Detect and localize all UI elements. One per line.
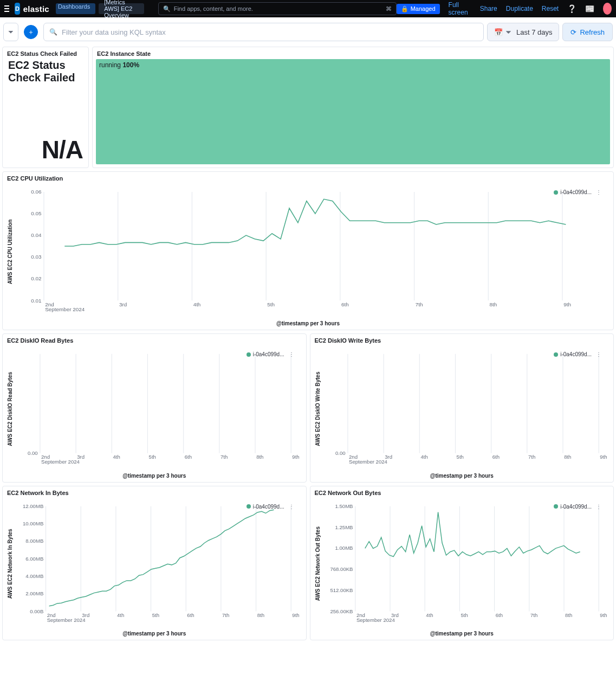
refresh-button[interactable]: ⟳ Refresh — [562, 23, 613, 41]
query-bar[interactable]: 🔍 — [43, 23, 484, 41]
panel-network-in: EC2 Network In Bytes AWS EC2 Network In … — [2, 486, 307, 640]
share-link[interactable]: Share — [480, 5, 497, 12]
top-bar: D elastic Dashboards [Metrics AWS] EC2 O… — [0, 0, 616, 17]
svg-text:1.00MB: 1.00MB — [335, 545, 353, 551]
lock-icon: 🔒 — [401, 5, 408, 12]
legend: i-0a4c099d...⋮ — [554, 189, 601, 195]
global-search[interactable]: 🔍 Find apps, content, and more. ⌘ — [158, 2, 397, 15]
svg-text:6th: 6th — [187, 612, 194, 618]
legend-actions-icon[interactable]: ⋮ — [289, 351, 294, 357]
app-logo-text: elastic — [23, 4, 49, 14]
svg-text:7th: 7th — [530, 612, 537, 618]
svg-text:0.00: 0.00 — [28, 450, 38, 456]
panel-title: EC2 CPU Utilization — [3, 172, 613, 184]
cpu-chart[interactable]: 2nd3rd4th5th6th7th8th9thSeptember 20240.… — [14, 186, 610, 317]
disk-write-chart[interactable]: 2nd3rd4th5th6th7th8th9thSeptember 20240.… — [322, 348, 611, 470]
svg-text:9th: 9th — [563, 301, 571, 307]
state-treemap: running 100% — [96, 59, 610, 164]
svg-text:7th: 7th — [222, 612, 229, 618]
y-axis-label: AWS EC2 DiskIO Read Bytes — [6, 348, 14, 470]
svg-text:7th: 7th — [416, 301, 423, 307]
breadcrumb-current[interactable]: [Metrics AWS] EC2 Overview — [99, 3, 144, 14]
svg-text:768.00KB: 768.00KB — [330, 566, 353, 572]
x-axis-label: @timestamp per 3 hours — [3, 471, 306, 482]
global-search-placeholder: Find apps, content, and more. — [174, 5, 253, 12]
metric-heading: EC2 Status Check Failed — [8, 59, 83, 84]
refresh-icon: ⟳ — [570, 28, 576, 36]
panel-title: EC2 DiskIO Read Bytes — [3, 334, 306, 346]
metric-value: N/A — [8, 135, 83, 164]
panel-disk-write: EC2 DiskIO Write Bytes AWS EC2 DiskIO Wr… — [310, 333, 614, 483]
panel-cpu-utilization: EC2 CPU Utilization AWS EC2 CPU Utilizat… — [2, 171, 614, 330]
svg-text:0.00: 0.00 — [335, 450, 346, 456]
svg-text:6th: 6th — [492, 454, 499, 460]
svg-text:5th: 5th — [461, 612, 468, 618]
legend-actions-icon[interactable]: ⋮ — [596, 504, 601, 510]
svg-text:September 2024: September 2024 — [45, 306, 85, 312]
news-icon[interactable]: 📰 — [585, 4, 594, 13]
svg-text:8th: 8th — [257, 612, 264, 618]
fullscreen-link[interactable]: Full screen — [449, 1, 471, 16]
reset-link[interactable]: Reset — [542, 5, 559, 12]
y-axis-label: AWS EC2 Network In Bytes — [6, 500, 14, 627]
legend-actions-icon[interactable]: ⋮ — [596, 189, 601, 195]
panel-title: EC2 DiskIO Write Bytes — [310, 334, 614, 346]
legend: i-0a4c099d...⋮ — [247, 504, 294, 510]
help-icon[interactable]: ❔ — [567, 4, 576, 13]
filter-icon: ⏷ — [8, 28, 14, 36]
svg-text:0.01: 0.01 — [31, 298, 42, 304]
search-icon: 🔍 — [49, 28, 57, 36]
filter-bar: ⏷ ＋ 🔍 📅 ⏷ Last 7 days ⟳ Refresh — [0, 17, 616, 47]
svg-text:4th: 4th — [193, 301, 201, 307]
svg-text:September 2024: September 2024 — [349, 459, 387, 465]
svg-text:9th: 9th — [600, 454, 607, 460]
disk-read-chart[interactable]: 2nd3rd4th5th6th7th8th9thSeptember 20240.… — [14, 348, 303, 470]
panel-title: EC2 Network Out Bytes — [310, 486, 614, 498]
svg-text:3rd: 3rd — [119, 301, 127, 307]
plus-icon: ＋ — [28, 28, 34, 37]
x-axis-label: @timestamp per 3 hours — [310, 628, 614, 640]
svg-text:6th: 6th — [341, 301, 349, 307]
user-avatar[interactable] — [603, 3, 612, 15]
net-out-chart[interactable]: 2nd3rd4th5th6th7th8th9thSeptember 202425… — [322, 500, 611, 627]
legend-actions-icon[interactable]: ⋮ — [289, 504, 294, 510]
svg-text:7th: 7th — [221, 454, 228, 460]
filter-options-button[interactable]: ⏷ — [3, 23, 18, 41]
x-axis-label: @timestamp per 3 hours — [3, 628, 306, 640]
nav-menu-button[interactable] — [4, 3, 9, 14]
search-shortcut-icon: ⌘ — [386, 5, 392, 12]
svg-text:0.02: 0.02 — [31, 275, 41, 281]
svg-text:9th: 9th — [600, 612, 607, 618]
add-filter-button[interactable]: ＋ — [24, 25, 38, 39]
svg-text:0.00B: 0.00B — [30, 608, 43, 614]
net-in-chart[interactable]: 2nd3rd4th5th6th7th8th9thSeptember 20240.… — [14, 500, 303, 627]
panel-title: EC2 Status Check Failed — [3, 47, 88, 59]
svg-text:5th: 5th — [149, 454, 156, 460]
time-picker[interactable]: 📅 ⏷ Last 7 days — [487, 23, 559, 41]
svg-text:5th: 5th — [456, 454, 463, 460]
kql-input[interactable] — [62, 28, 478, 36]
svg-text:512.00KB: 512.00KB — [330, 587, 353, 593]
svg-text:4th: 4th — [426, 612, 433, 618]
legend-dot-icon — [554, 352, 558, 357]
x-axis-label: @timestamp per 3 hours — [310, 471, 614, 482]
svg-text:4th: 4th — [420, 454, 427, 460]
svg-text:5th: 5th — [152, 612, 159, 618]
svg-text:6th: 6th — [495, 612, 502, 618]
y-axis-label: AWS EC2 DiskIO Write Bytes — [314, 348, 322, 470]
duplicate-link[interactable]: Duplicate — [506, 5, 533, 12]
legend-actions-icon[interactable]: ⋮ — [596, 351, 601, 357]
breadcrumb-dashboards[interactable]: Dashboards — [56, 3, 95, 14]
legend-dot-icon — [247, 352, 251, 357]
time-range-label: Last 7 days — [516, 28, 553, 36]
svg-text:256.00KB: 256.00KB — [330, 608, 353, 614]
space-badge[interactable]: D — [15, 3, 20, 15]
svg-text:7th: 7th — [528, 454, 535, 460]
search-icon: 🔍 — [163, 5, 171, 12]
svg-text:1.50MB: 1.50MB — [335, 503, 353, 509]
svg-text:1.25MB: 1.25MB — [335, 524, 353, 530]
y-axis-label: AWS EC2 CPU Utilization — [6, 186, 14, 317]
legend-dot-icon — [247, 504, 251, 509]
managed-badge: 🔒 Managed — [397, 4, 440, 14]
svg-text:4th: 4th — [113, 454, 120, 460]
